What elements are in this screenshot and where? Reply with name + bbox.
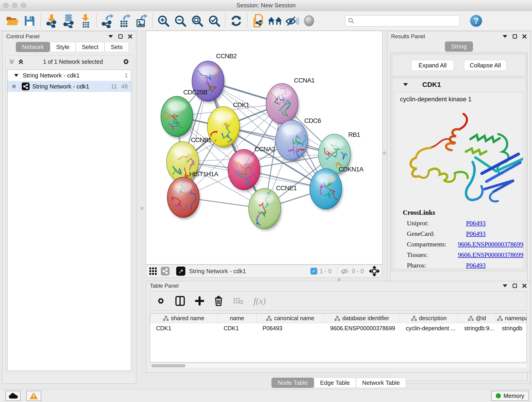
tab-sets[interactable]: Sets — [104, 42, 129, 52]
memory-button[interactable]: Memory — [491, 391, 529, 401]
first-neighbors-button[interactable] — [267, 13, 284, 29]
export-image-button[interactable] — [133, 13, 150, 29]
table-cell: 9606.ENSP00000378699 — [324, 323, 400, 333]
right-splitter-handle[interactable] — [383, 152, 386, 155]
expand-all-button[interactable]: Expand All — [411, 60, 454, 71]
crosslink-link[interactable]: P06493 — [466, 262, 486, 269]
hide-selected-button[interactable] — [284, 13, 301, 29]
import-network-file-button[interactable] — [43, 13, 60, 29]
tab-network[interactable]: Network — [16, 42, 50, 52]
node-label: CDC6 — [304, 117, 321, 124]
selected-checkbox-icon[interactable]: ✓ — [310, 268, 317, 274]
tab-select[interactable]: Select — [76, 42, 104, 52]
node-label: CCNB2 — [216, 52, 237, 60]
gear-icon[interactable] — [122, 58, 130, 65]
network-view-canvas[interactable]: CCNB2CCNA1CDC25BCDK1CDC6RB1CCNB1CCNA2CDK… — [146, 31, 382, 264]
warnings-button[interactable] — [26, 391, 41, 401]
network-row[interactable]: String Network - cdk1 11 48 — [7, 81, 131, 92]
bottom-splitter-handle[interactable] — [337, 278, 341, 281]
column-header-description[interactable]: description — [400, 313, 458, 323]
annotation-button[interactable] — [250, 13, 267, 29]
delete-column-icon[interactable] — [214, 296, 223, 306]
search-icon — [348, 18, 355, 24]
crosslink-link[interactable]: 9606.ENSP00000378699 — [458, 241, 523, 248]
export-network-button[interactable] — [99, 13, 116, 29]
panel-menu-icon[interactable] — [108, 35, 113, 38]
refresh-button[interactable] — [228, 13, 245, 29]
zoom-selected-button[interactable] — [206, 13, 223, 29]
panel-close-icon[interactable] — [522, 34, 527, 39]
panel-close-icon[interactable] — [128, 34, 133, 39]
export-network-icon — [101, 14, 114, 28]
collection-count: 1 — [125, 72, 128, 79]
import-table-file-button[interactable] — [77, 13, 94, 29]
table-gear-icon[interactable] — [157, 297, 165, 305]
table-row[interactable]: CDK1CDK1P064939606.ENSP00000378699cyclin… — [150, 323, 526, 333]
cloud-button[interactable] — [6, 391, 21, 401]
function-builder-icon: f(x) — [254, 296, 266, 306]
zoom-out-button[interactable] — [172, 13, 189, 29]
network-view-icon[interactable] — [161, 267, 170, 275]
network-view-title: String Network - cdk1 — [189, 268, 310, 275]
window-title: Session: New Session — [0, 2, 532, 9]
save-session-button[interactable] — [21, 13, 38, 29]
results-panel-title: Results Panel — [391, 33, 425, 40]
detach-view-button[interactable]: ↗ — [176, 267, 185, 276]
crosslink-link[interactable]: P06493 — [466, 230, 486, 237]
panel-menu-icon[interactable] — [502, 284, 507, 287]
collapse-all-button[interactable]: Collapse All — [464, 60, 507, 71]
show-columns-icon[interactable] — [175, 296, 185, 306]
tab-network-table[interactable]: Network Table — [356, 378, 406, 388]
tree-expand-icon[interactable] — [14, 74, 19, 77]
open-session-button[interactable] — [4, 13, 21, 29]
grid-view-icon[interactable] — [149, 267, 157, 275]
zoom-fit-button[interactable] — [189, 13, 206, 29]
zoom-in-button[interactable] — [155, 13, 172, 29]
column-header--id[interactable]: @id — [458, 313, 496, 323]
birds-eye-crosshair-icon[interactable] — [369, 266, 380, 276]
search-input[interactable] — [355, 17, 457, 24]
network-node[interactable]: CDC6 — [276, 117, 321, 162]
column-header-database-identifier[interactable]: database identifier — [324, 313, 400, 323]
collapse-all-icon[interactable] — [9, 59, 15, 65]
tab-node-table[interactable]: Node Table — [272, 378, 314, 388]
column-header-name[interactable]: name — [218, 313, 257, 323]
help-button[interactable]: ? — [470, 15, 482, 27]
column-type-icon — [335, 316, 340, 321]
column-header-shared-name[interactable]: shared name — [150, 313, 218, 323]
panel-float-icon[interactable] — [118, 34, 123, 39]
column-header-namespac[interactable]: namespac — [496, 313, 527, 323]
node-label: CDC25B — [183, 89, 207, 96]
add-column-icon[interactable] — [195, 296, 204, 306]
network-collection-row[interactable]: String Network - cdk1 1 — [7, 70, 131, 81]
status-bar: Memory — [0, 389, 532, 402]
network-node[interactable]: CCNE1 — [249, 185, 297, 231]
crosslink-link[interactable]: P06493 — [466, 220, 486, 227]
annotation-pages-icon — [252, 14, 264, 28]
section-collapse-icon[interactable] — [403, 83, 408, 86]
control-panel-title: Control Panel — [6, 33, 39, 40]
show-graphics-button[interactable] — [301, 13, 317, 29]
panel-float-icon[interactable] — [513, 34, 517, 39]
expand-all-icon[interactable] — [18, 59, 24, 65]
main-toolbar: ? — [0, 11, 532, 31]
panel-close-icon[interactable] — [522, 283, 527, 288]
import-network-database-button[interactable] — [60, 13, 77, 29]
save-floppy-icon — [24, 15, 35, 27]
tab-edge-table[interactable]: Edge Table — [314, 378, 356, 388]
panel-menu-icon[interactable] — [502, 35, 507, 38]
panel-float-icon[interactable] — [513, 283, 517, 288]
table-panel-title: Table Panel — [150, 283, 178, 289]
export-table-button[interactable] — [116, 13, 133, 29]
tab-string[interactable]: String — [445, 41, 473, 51]
crosslink-label: Tissues: — [407, 251, 458, 259]
crosslink-link[interactable]: 9606.ENSP00000378699 — [458, 251, 523, 259]
scrollbar-thumb[interactable] — [151, 364, 186, 367]
tab-style[interactable]: Style — [50, 42, 76, 52]
left-splitter-handle[interactable] — [140, 207, 144, 210]
zoom-selected-icon — [208, 14, 221, 27]
network-collection-label: String Network - cdk1 — [23, 72, 80, 79]
column-header-canonical-name[interactable]: canonical name — [257, 313, 324, 323]
refresh-icon — [230, 15, 242, 27]
open-folder-icon — [6, 15, 19, 27]
